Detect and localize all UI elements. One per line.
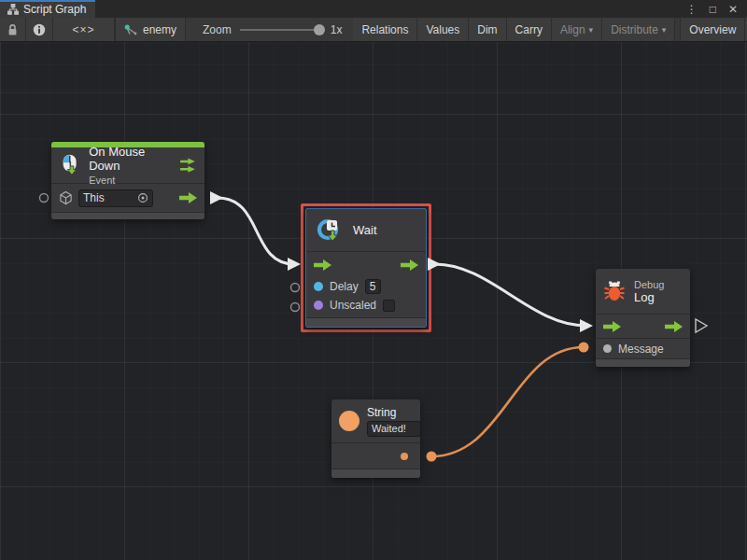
node-string[interactable]: String Waited!: [331, 399, 420, 478]
delay-input[interactable]: 5: [365, 279, 381, 294]
window-menu-icon[interactable]: ⋮: [686, 3, 698, 16]
lock-button[interactable]: [0, 18, 26, 41]
distribute-dropdown-button[interactable]: Distribute ▾: [602, 18, 675, 41]
target-picker-icon[interactable]: [137, 192, 148, 203]
wire-endpoint-dot: [427, 452, 437, 462]
unconnected-port-circle[interactable]: [291, 303, 300, 312]
dim-button[interactable]: Dim: [469, 18, 506, 41]
zoom-value: 1x: [331, 23, 343, 36]
graph-canvas[interactable]: On Mouse Down Event This: [0, 42, 747, 560]
window-controls: ⋮ □ ✕: [686, 0, 747, 18]
toolbar-right-group: Relations Values Dim Carry Align ▾ Distr…: [353, 18, 747, 41]
flow-in-arrow-icon[interactable]: [314, 259, 331, 271]
flow-in-arrow-icon[interactable]: [603, 321, 621, 332]
node-title: Wait: [353, 223, 377, 237]
target-value: This: [83, 191, 105, 204]
message-port-dot[interactable]: [603, 344, 612, 353]
flow-out-double-arrow-icon[interactable]: [180, 158, 197, 174]
graph-name-label: enemy: [143, 23, 176, 36]
cube-icon: [59, 190, 73, 205]
string-output-row: [331, 442, 420, 469]
unconnected-flow-port-triangle[interactable]: [696, 319, 707, 332]
code-toggle-button[interactable]: <×>: [53, 18, 115, 41]
node-title: On Mouse Down: [89, 145, 173, 173]
unconnected-port-circle[interactable]: [40, 194, 49, 203]
node-wait[interactable]: Wait Delay 5: [305, 208, 427, 328]
lock-icon: [7, 23, 19, 36]
unscaled-label: Unscaled: [330, 299, 376, 312]
graph-reference-icon: [124, 24, 137, 35]
node-title: String: [367, 406, 421, 419]
node-debug-log[interactable]: Debug Log Message: [596, 269, 690, 367]
info-button[interactable]: [26, 18, 53, 41]
bug-icon: [603, 280, 626, 302]
flow-out-arrow-icon[interactable]: [401, 259, 418, 271]
window-maximize-icon[interactable]: □: [710, 3, 716, 16]
graph-reference-button[interactable]: enemy: [116, 18, 186, 41]
wire-arrowhead: [288, 258, 301, 271]
string-input[interactable]: Waited!: [367, 421, 421, 437]
tab-bar: Script Graph ⋮ □ ✕: [0, 0, 747, 18]
message-label: Message: [618, 343, 664, 356]
wire-arrowhead: [580, 319, 593, 332]
mouse-event-icon: [59, 153, 81, 177]
tab-script-graph[interactable]: Script Graph: [0, 0, 95, 18]
wire-value-string-message[interactable]: [431, 347, 584, 456]
zoom-label: Zoom: [203, 23, 232, 36]
node-category: Debug: [634, 279, 664, 290]
wire-flow-wait-log[interactable]: [435, 264, 586, 326]
delay-port-dot[interactable]: [314, 282, 323, 291]
carry-button[interactable]: Carry: [507, 18, 552, 41]
node-footer: [596, 358, 690, 367]
selection-outline: Wait Delay 5: [301, 203, 431, 332]
node-footer: [306, 317, 426, 327]
relations-button[interactable]: Relations: [353, 18, 417, 41]
zoom-control: Zoom 1x: [186, 18, 353, 41]
string-value: Waited!: [372, 423, 406, 434]
flow-port-arrow-icon[interactable]: [179, 192, 197, 203]
delay-value: 5: [370, 280, 376, 293]
flow-out-arrow-icon[interactable]: [665, 321, 683, 332]
chevron-down-icon: ▾: [589, 25, 594, 35]
node-subtitle: Event: [89, 175, 173, 186]
node-footer: [51, 212, 204, 219]
wait-timer-icon: [316, 217, 344, 245]
delay-label: Delay: [330, 280, 359, 293]
script-graph-window: Script Graph ⋮ □ ✕ <×>: [0, 0, 747, 560]
zoom-slider-thumb[interactable]: [314, 24, 325, 35]
chevron-down-icon: ▾: [662, 25, 667, 35]
wire-arrowhead: [210, 191, 223, 204]
overview-button[interactable]: Overview: [680, 18, 745, 41]
zoom-slider[interactable]: [240, 29, 322, 31]
unscaled-checkbox[interactable]: [383, 300, 395, 312]
node-title: Log: [634, 290, 664, 304]
tab-title: Script Graph: [23, 3, 86, 16]
values-button[interactable]: Values: [417, 18, 469, 41]
window-close-icon[interactable]: ✕: [728, 3, 738, 16]
align-label: Align: [560, 23, 585, 36]
node-footer: [331, 469, 420, 478]
distribute-label: Distribute: [611, 23, 658, 36]
wire-endpoint-dot: [579, 343, 589, 353]
target-input[interactable]: This: [78, 189, 153, 207]
graph-toolbar: <×> enemy Zoom 1x Relations Values Dim C…: [0, 18, 747, 42]
script-graph-icon: [7, 4, 19, 15]
unconnected-port-circle[interactable]: [291, 284, 300, 292]
info-icon: [33, 23, 46, 36]
unscaled-port-dot[interactable]: [314, 301, 323, 310]
string-icon: [339, 411, 359, 431]
wire-flow-mousedown-wait[interactable]: [218, 198, 294, 264]
align-dropdown-button[interactable]: Align ▾: [552, 18, 602, 41]
node-on-mouse-down[interactable]: On Mouse Down Event This: [51, 142, 204, 219]
